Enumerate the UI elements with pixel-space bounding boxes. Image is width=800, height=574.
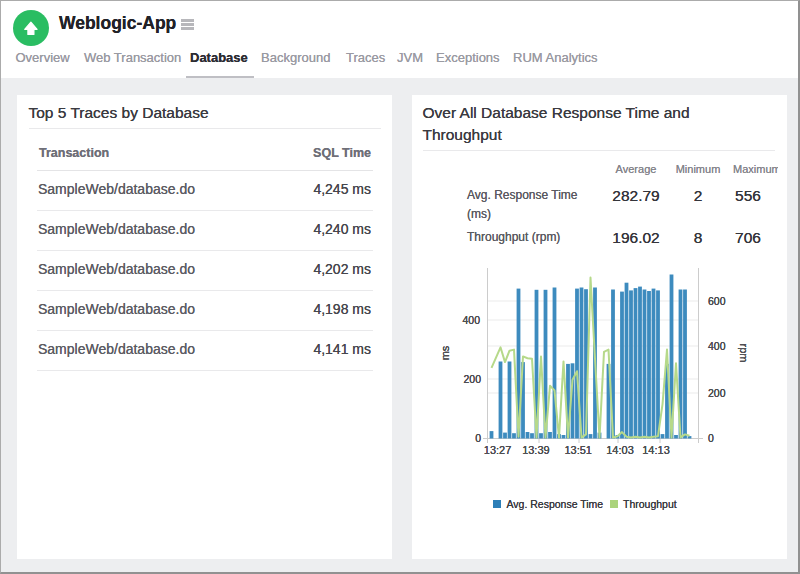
svg-text:13:39: 13:39	[522, 444, 550, 456]
svg-text:14:03: 14:03	[606, 444, 634, 456]
svg-text:rpm: rpm	[738, 344, 750, 363]
svg-text:400: 400	[708, 340, 726, 352]
svg-text:200: 200	[708, 387, 726, 399]
svg-text:200: 200	[463, 373, 481, 385]
svg-text:13:27: 13:27	[484, 444, 512, 456]
svg-text:ms: ms	[439, 345, 451, 360]
svg-text:14:13: 14:13	[642, 444, 670, 456]
svg-text:0: 0	[708, 432, 714, 444]
svg-text:400: 400	[462, 314, 480, 326]
svg-text:13:51: 13:51	[564, 444, 592, 456]
svg-text:0: 0	[475, 432, 481, 444]
svg-text:600: 600	[708, 295, 726, 307]
